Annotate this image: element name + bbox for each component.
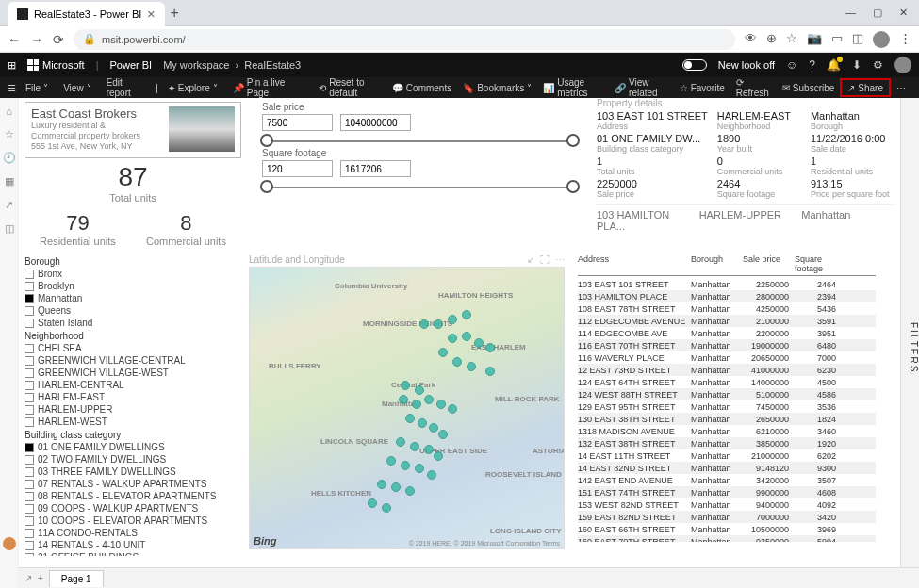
checkbox-icon[interactable] bbox=[25, 405, 34, 415]
checkbox-item[interactable]: 21 OFFICE BUILDINGS bbox=[25, 551, 241, 556]
map-point[interactable] bbox=[485, 343, 495, 352]
checkbox-icon[interactable] bbox=[25, 368, 34, 378]
map-point[interactable] bbox=[401, 381, 410, 390]
column-header[interactable]: Square footage bbox=[795, 254, 842, 273]
add-page-icon[interactable]: + bbox=[38, 573, 43, 583]
subscribe-button[interactable]: ✉ Subscribe bbox=[777, 83, 840, 93]
forward-icon[interactable]: → bbox=[30, 32, 43, 47]
map-point[interactable] bbox=[438, 348, 448, 357]
checkbox-icon[interactable] bbox=[25, 480, 34, 489]
comments-button[interactable]: 💬 Comments bbox=[386, 83, 457, 93]
favorites-icon[interactable]: ☆ bbox=[5, 128, 14, 140]
map-point[interactable] bbox=[391, 482, 401, 492]
table-row[interactable]: 142 EAST END AVENUEManhattan34200003507 bbox=[578, 474, 876, 486]
checkbox-item[interactable]: Brooklyn bbox=[25, 280, 241, 292]
drilldown-icon[interactable]: ↙ bbox=[527, 254, 534, 265]
map-point[interactable] bbox=[448, 334, 457, 343]
view-menu[interactable]: View ˅ bbox=[57, 83, 97, 93]
table-row[interactable]: 112 EDGECOMBE AVENUEManhattan21000003591 bbox=[578, 315, 876, 327]
slider-handle-left[interactable] bbox=[260, 134, 273, 147]
map-point[interactable] bbox=[386, 456, 396, 466]
checkbox-item[interactable]: Queens bbox=[25, 304, 241, 317]
table-row[interactable]: 108 EAST 78TH STREETManhattan42500005436 bbox=[578, 302, 876, 315]
app-launcher-icon[interactable]: ⊞ bbox=[8, 59, 16, 72]
table-row[interactable]: 103 EAST 101 STREETManhattan22500002464 bbox=[578, 278, 876, 290]
clip-icon[interactable]: ◫ bbox=[852, 31, 863, 48]
checkbox-item[interactable]: 10 COOPS - ELEVATOR APARTMENTS bbox=[25, 514, 241, 527]
more-options-icon[interactable]: ⋯ bbox=[555, 254, 565, 265]
table-row[interactable]: 116 WAVERLY PLACEManhattan206500007000 bbox=[578, 351, 876, 364]
checkbox-item[interactable]: Bronx bbox=[25, 268, 241, 280]
bookmarks-menu[interactable]: 🔖 Bookmarks ˅ bbox=[457, 83, 537, 93]
back-icon[interactable]: ← bbox=[8, 32, 21, 47]
window-maximize-icon[interactable]: ▢ bbox=[873, 7, 882, 19]
hamburger-icon[interactable]: ☰ bbox=[8, 83, 16, 93]
download-icon[interactable]: ⬇ bbox=[852, 58, 862, 72]
map-visual[interactable]: Latitude and Longitude ↙ ⛶ ⋯ Bing © 2019… bbox=[249, 254, 565, 556]
map-point[interactable] bbox=[434, 319, 443, 329]
sqft-slicer[interactable]: Square footage bbox=[262, 148, 578, 188]
favorite-button[interactable]: ☆ Favorite bbox=[674, 83, 730, 93]
checkbox-icon[interactable] bbox=[25, 318, 34, 328]
checkbox-item[interactable]: 11A CONDO-RENTALS bbox=[25, 527, 241, 539]
table-row[interactable]: 153 WEST 82ND STREETManhattan94000004092 bbox=[578, 498, 876, 511]
help-icon[interactable]: ? bbox=[809, 58, 815, 72]
window-close-icon[interactable]: ✕ bbox=[899, 7, 908, 19]
new-tab-button[interactable]: + bbox=[171, 5, 179, 22]
camera-icon[interactable]: 📷 bbox=[807, 31, 822, 48]
slider-handle-right[interactable] bbox=[566, 180, 580, 193]
map-point[interactable] bbox=[419, 319, 429, 329]
address-bar[interactable]: 🔒 msit.powerbi.com/ bbox=[74, 29, 735, 50]
settings-gear-icon[interactable]: ⚙ bbox=[873, 58, 883, 72]
checkbox-icon[interactable] bbox=[25, 443, 34, 452]
checkbox-icon[interactable] bbox=[25, 393, 34, 402]
expand-icon[interactable]: ↗ bbox=[25, 573, 32, 583]
map-point[interactable] bbox=[462, 332, 471, 341]
checkbox-item[interactable]: 07 RENTALS - WALKUP APARTMENTS bbox=[25, 478, 241, 490]
table-row[interactable]: 14 EAST 82ND STREETManhattan91481209300 bbox=[578, 462, 876, 474]
table-row[interactable]: 160 EAST 70TH STREETManhattan93500005994 bbox=[578, 535, 876, 542]
checkbox-icon[interactable] bbox=[25, 455, 34, 465]
table-row[interactable]: 132 EAST 38TH STREETManhattan38500001920 bbox=[578, 437, 876, 449]
map-point[interactable] bbox=[401, 461, 410, 470]
checkbox-icon[interactable] bbox=[25, 282, 34, 291]
table-row[interactable]: 129 EAST 95TH STREETManhattan74500003536 bbox=[578, 400, 876, 413]
table-row[interactable]: 14 EAST 11TH STREETManhattan210000006202 bbox=[578, 449, 876, 462]
table-row[interactable]: 1318 MADISON AVENUEManhattan62100003460 bbox=[578, 425, 876, 437]
checkbox-icon[interactable] bbox=[25, 504, 34, 514]
profile-avatar-icon[interactable] bbox=[873, 31, 890, 48]
map-point[interactable] bbox=[474, 338, 484, 348]
map-point[interactable] bbox=[448, 315, 457, 324]
usage-metrics-button[interactable]: 📊 Usage metrics bbox=[537, 77, 609, 98]
view-related-button[interactable]: 🔗 View related bbox=[609, 77, 674, 98]
checkbox-icon[interactable] bbox=[25, 467, 34, 477]
focus-icon[interactable]: ⛶ bbox=[540, 254, 550, 265]
table-row[interactable]: 114 EDGECOMBE AVEManhattan22000003951 bbox=[578, 327, 876, 339]
checkbox-icon[interactable] bbox=[25, 529, 34, 538]
checkbox-item[interactable]: 01 ONE FAMILY DWELLINGS bbox=[25, 441, 241, 453]
checkbox-item[interactable]: HARLEM-WEST bbox=[25, 416, 241, 428]
checkbox-item[interactable]: GREENWICH VILLAGE-WEST bbox=[25, 367, 241, 379]
user-avatar-icon[interactable] bbox=[894, 57, 911, 74]
checkbox-icon[interactable] bbox=[25, 553, 34, 557]
table-row[interactable]: 159 EAST 82ND STREETManhattan70000003420 bbox=[578, 511, 876, 523]
page-tab-1[interactable]: Page 1 bbox=[49, 570, 104, 587]
checkbox-item[interactable]: HARLEM-CENTRAL bbox=[25, 379, 241, 391]
column-header[interactable]: Address bbox=[578, 254, 691, 273]
checkbox-icon[interactable] bbox=[25, 417, 34, 427]
sqft-max-input[interactable] bbox=[340, 160, 411, 177]
map-point[interactable] bbox=[396, 437, 405, 447]
smiley-icon[interactable]: ☺ bbox=[786, 58, 797, 72]
checkbox-icon[interactable] bbox=[25, 516, 34, 526]
column-header[interactable]: Sale price bbox=[743, 254, 795, 273]
checkbox-item[interactable]: GREENWICH VILLAGE-CENTRAL bbox=[25, 354, 241, 367]
share-button[interactable]: ↗ Share bbox=[840, 78, 891, 97]
checkbox-icon[interactable] bbox=[25, 344, 34, 353]
slider-handle-right[interactable] bbox=[566, 134, 580, 147]
map-point[interactable] bbox=[427, 470, 436, 480]
map-point[interactable] bbox=[418, 418, 427, 428]
data-table[interactable]: AddressBoroughSale priceSquare footage 1… bbox=[578, 254, 876, 556]
file-menu[interactable]: File ˅ bbox=[20, 83, 54, 93]
checkbox-item[interactable]: HARLEM-UPPER bbox=[25, 403, 241, 416]
product-label[interactable]: Power BI bbox=[109, 59, 152, 71]
